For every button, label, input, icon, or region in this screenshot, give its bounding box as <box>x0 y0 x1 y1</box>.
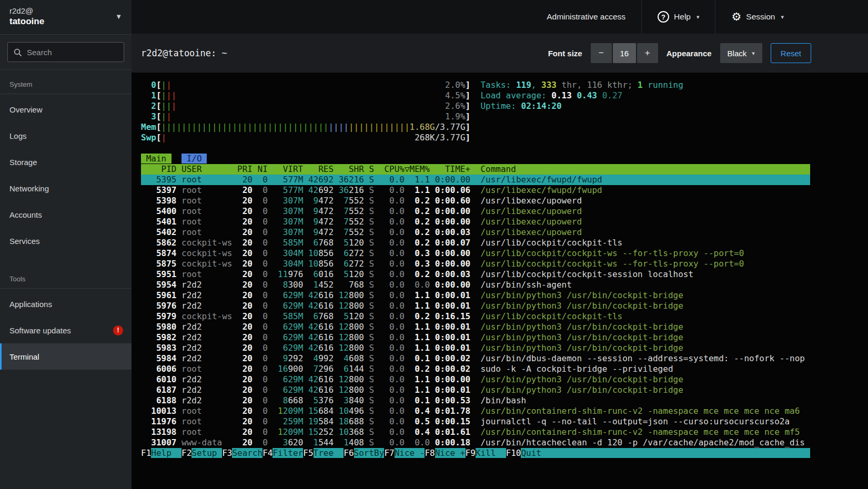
process-row[interactable]: 6188 r2d2 20 0 8668 5376 3840 S 0.0 0.1 … <box>141 395 810 406</box>
chevron-down-icon: ▾ <box>752 50 755 57</box>
sidebar-item-label: Logs <box>9 131 27 140</box>
process-row[interactable]: 5951 root 20 0 11976 6016 5120 S 0.0 0.2… <box>141 269 810 280</box>
font-size-label: Font size <box>548 49 582 58</box>
help-menu-button[interactable]: ? Help ▾ <box>641 0 715 34</box>
sidebar-item-label: Networking <box>9 184 49 193</box>
terminal-title: r2d2@tatooine: ~ <box>141 48 227 58</box>
font-size-decrease-button[interactable]: − <box>591 43 612 63</box>
function-key-bar[interactable]: F1Help F2Setup F3SearchF4FilterF5Tree F6… <box>141 448 810 459</box>
administrative-access-button[interactable]: Administrative access <box>531 0 641 34</box>
process-row[interactable]: 11976 root 20 0 259M 19584 18688 S 0.0 0… <box>141 416 810 427</box>
process-row[interactable]: 13198 root 20 0 1209M 15252 10368 S 0.0 … <box>141 427 810 437</box>
help-label: Help <box>674 12 691 22</box>
chevron-down-icon: ▾ <box>697 14 700 21</box>
masthead: Administrative access ? Help ▾ ⚙ Session… <box>132 0 868 34</box>
sidebar-item-label: Applications <box>9 300 52 309</box>
process-row[interactable]: 5398 root 20 0 307M 9472 7552 S 0.0 0.2 … <box>141 196 810 206</box>
process-row[interactable]: 5862 cockpit-ws 20 0 585M 6768 5120 S 0.… <box>141 238 810 248</box>
process-row[interactable]: 5979 cockpit-ws 20 0 585M 6768 5120 S 0.… <box>141 311 810 322</box>
process-row[interactable]: 6006 root 20 0 16900 7296 6144 S 0.0 0.2… <box>141 364 810 374</box>
meter-line: 3[|| 1.9%] <box>141 111 810 122</box>
nav-section-title: System <box>0 73 132 94</box>
sidebar-item-networking[interactable]: Networking <box>0 175 132 201</box>
meter-line: Mem[||||||||||||||||||||||||||||||||||||… <box>141 122 810 133</box>
main-area: Administrative access ? Help ▾ ⚙ Session… <box>132 0 868 489</box>
search-input[interactable] <box>7 42 124 62</box>
updates-available-badge: ! <box>113 325 123 335</box>
font-size-stepper: − 16 + <box>591 43 658 63</box>
meter-line: 1[||| 4.5%] Load average: 0.13 0.43 0.27 <box>141 90 810 101</box>
process-row[interactable]: 10013 root 20 0 1209M 15684 10496 S 0.0 … <box>141 406 810 416</box>
process-row[interactable]: 6187 r2d2 20 0 629M 42616 12800 S 0.0 1.… <box>141 385 810 395</box>
process-row[interactable]: 5983 r2d2 20 0 629M 42616 12800 S 0.0 1.… <box>141 343 810 353</box>
process-row[interactable]: 5980 r2d2 20 0 629M 42616 12800 S 0.0 1.… <box>141 322 810 332</box>
blank-line <box>141 143 810 154</box>
sidebar: r2d2@ tatooine ▼ SystemOverviewLogsStora… <box>0 0 132 489</box>
process-row[interactable]: 5961 r2d2 20 0 629M 42616 12800 S 0.0 1.… <box>141 290 810 301</box>
process-row[interactable]: 31007 www-data 20 0 3620 1544 1408 S 0.0… <box>141 437 810 448</box>
process-row[interactable]: 5976 r2d2 20 0 629M 42616 12800 S 0.0 1.… <box>141 301 810 311</box>
font-size-increase-button[interactable]: + <box>637 43 658 63</box>
host-user: r2d2@ <box>9 6 44 16</box>
meter-line: 2[||| 2.6%] Uptime: 02:14:20 <box>141 101 810 111</box>
chevron-down-icon: ▾ <box>781 14 784 21</box>
sidebar-item-label: Overview <box>9 105 43 114</box>
help-icon: ? <box>658 11 669 23</box>
sidebar-item-storage[interactable]: Storage <box>0 149 132 175</box>
sidebar-item-label: Storage <box>9 158 37 167</box>
tab-io: I/O <box>181 154 207 164</box>
process-row[interactable]: 5875 cockpit-ws 20 0 304M 10856 6272 S 0… <box>141 259 810 269</box>
search-icon <box>14 48 22 57</box>
sidebar-item-applications[interactable]: Applications <box>0 291 132 317</box>
sidebar-item-services[interactable]: Services <box>0 228 132 254</box>
process-row[interactable]: 5395 root 20 0 577M 42692 36216 S 0.0 1.… <box>141 175 810 185</box>
nav-section: ToolsApplicationsSoftware updates!Termin… <box>0 268 132 370</box>
terminal-toolbar: Font size − 16 + Appearance Black ▾ Rese… <box>548 43 811 63</box>
terminal-screen[interactable]: 0[|| 2.0%] Tasks: 119, 333 thr, 116 kthr… <box>132 73 868 489</box>
htop-tab-bar: Main I/O <box>141 154 810 164</box>
nav-section-title: Tools <box>0 268 132 289</box>
sidebar-item-label: Terminal <box>9 352 39 361</box>
meter-line: 0[|| 2.0%] Tasks: 119, 333 thr, 116 kthr… <box>141 80 810 90</box>
sidebar-item-software-updates[interactable]: Software updates! <box>0 317 132 343</box>
process-row[interactable]: 5397 root 20 0 577M 42692 36216 S 0.0 1.… <box>141 185 810 196</box>
sidebar-item-logs[interactable]: Logs <box>0 123 132 149</box>
process-row[interactable]: 5954 r2d2 20 0 8300 1452 768 S 0.0 0.0 0… <box>141 280 810 290</box>
tab-main: Main <box>141 154 171 164</box>
sidebar-item-label: Accounts <box>9 210 42 219</box>
sidebar-item-label: Services <box>9 237 40 246</box>
process-row[interactable]: 5874 cockpit-ws 20 0 304M 10856 6272 S 0… <box>141 248 810 259</box>
process-row[interactable]: 5401 root 20 0 307M 9472 7552 S 0.0 0.2 … <box>141 217 810 227</box>
process-row[interactable]: 5400 root 20 0 307M 9472 7552 S 0.0 0.2 … <box>141 206 810 217</box>
nav-section: SystemOverviewLogsStorageNetworkingAccou… <box>0 73 132 254</box>
session-menu-button[interactable]: ⚙ Session ▾ <box>715 0 800 34</box>
host-selector[interactable]: r2d2@ tatooine ▼ <box>0 0 132 35</box>
host-label: r2d2@ tatooine <box>9 6 44 27</box>
sidebar-item-accounts[interactable]: Accounts <box>0 201 132 228</box>
gear-icon: ⚙ <box>731 11 741 23</box>
terminal-page-header: r2d2@tatooine: ~ Font size − 16 + Appear… <box>132 34 868 73</box>
sidebar-item-terminal[interactable]: Terminal <box>0 343 132 370</box>
appearance-label: Appearance <box>667 49 712 58</box>
host-name: tatooine <box>9 16 44 27</box>
process-table-header[interactable]: PID USER PRI NI VIRT RES SHR S CPU%▽MEM%… <box>141 164 810 175</box>
process-row[interactable]: 5984 r2d2 20 0 9292 4992 4608 S 0.0 0.1 … <box>141 353 810 364</box>
reset-button[interactable]: Reset <box>771 43 811 63</box>
chevron-down-icon: ▼ <box>115 13 122 21</box>
session-label: Session <box>746 12 775 22</box>
process-row[interactable]: 5982 r2d2 20 0 629M 42616 12800 S 0.0 1.… <box>141 332 810 343</box>
process-row[interactable]: 5402 root 20 0 307M 9472 7552 S 0.0 0.2 … <box>141 227 810 238</box>
sidebar-nav: SystemOverviewLogsStorageNetworkingAccou… <box>0 73 132 370</box>
theme-dropdown[interactable]: Black ▾ <box>720 43 762 63</box>
font-size-value: 16 <box>613 43 636 63</box>
process-row[interactable]: 6010 r2d2 20 0 629M 42616 12800 S 0.0 1.… <box>141 374 810 385</box>
sidebar-item-label: Software updates <box>9 326 71 335</box>
search-container <box>0 35 132 70</box>
meter-line: Swp[| 268K/3.77G] <box>141 133 810 143</box>
theme-value: Black <box>728 49 747 58</box>
sidebar-item-overview[interactable]: Overview <box>0 96 132 123</box>
